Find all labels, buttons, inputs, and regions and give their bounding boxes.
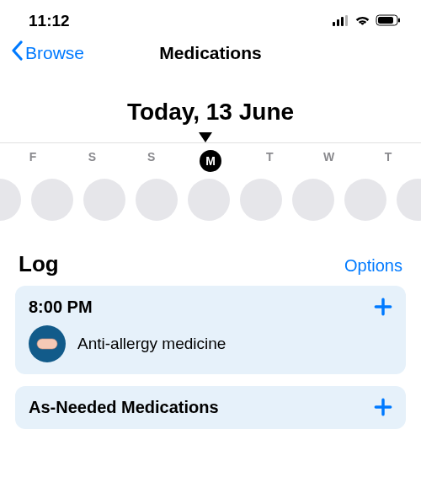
log-title: Log <box>19 251 59 277</box>
cellular-icon <box>333 12 349 30</box>
day-circle[interactable] <box>397 179 421 221</box>
day-circles[interactable] <box>0 177 421 236</box>
day-circle[interactable] <box>136 179 178 221</box>
date-header: Today, 13 June <box>0 99 421 126</box>
as-needed-title: As-Needed Medications <box>29 398 219 416</box>
svg-rect-3 <box>345 15 348 26</box>
day-label-active[interactable]: M <box>200 150 221 172</box>
svg-rect-7 <box>37 339 57 349</box>
pill-icon <box>29 325 66 362</box>
pointer-row <box>0 131 421 142</box>
svg-rect-0 <box>333 22 335 26</box>
back-button[interactable]: Browse <box>10 40 84 65</box>
page-title: Medications <box>159 43 261 63</box>
day-label-2[interactable]: S <box>141 150 163 172</box>
status-bar: 11:12 <box>0 0 421 37</box>
medication-name: Anti-allergy medicine <box>77 335 226 353</box>
add-as-needed-button[interactable] <box>372 396 394 421</box>
day-label-1[interactable]: S <box>81 150 103 172</box>
scheduled-time: 8:00 PM <box>29 298 392 317</box>
day-label-5[interactable]: W <box>318 150 340 172</box>
svg-rect-1 <box>337 19 339 26</box>
svg-rect-6 <box>398 19 400 23</box>
day-circle[interactable] <box>240 179 282 221</box>
status-icons <box>333 12 401 30</box>
day-label-0[interactable]: F <box>22 150 44 172</box>
back-label: Browse <box>25 43 84 63</box>
add-medication-button[interactable] <box>372 296 394 321</box>
day-labels: F S S M T W T <box>0 143 421 177</box>
day-circle[interactable] <box>83 179 125 221</box>
scheduled-card[interactable]: 8:00 PM Anti-allergy medicine <box>15 286 406 374</box>
options-button[interactable]: Options <box>344 256 402 276</box>
wifi-icon <box>354 12 370 30</box>
svg-rect-2 <box>341 17 344 26</box>
svg-rect-5 <box>378 17 393 24</box>
day-label-6[interactable]: T <box>377 150 399 172</box>
as-needed-card[interactable]: As-Needed Medications <box>15 386 406 429</box>
day-circle[interactable] <box>31 179 73 221</box>
day-circle[interactable] <box>0 179 21 221</box>
log-header: Log Options <box>0 236 421 286</box>
navigation-bar: Browse Medications <box>0 37 421 73</box>
triangle-down-icon <box>199 131 212 146</box>
day-circle[interactable] <box>292 179 334 221</box>
medication-row[interactable]: Anti-allergy medicine <box>29 325 392 362</box>
day-circle[interactable] <box>188 179 230 221</box>
battery-icon <box>376 12 401 30</box>
status-time: 11:12 <box>29 12 70 30</box>
day-label-4[interactable]: T <box>258 150 280 172</box>
chevron-left-icon <box>10 40 24 65</box>
day-circle[interactable] <box>344 179 386 221</box>
